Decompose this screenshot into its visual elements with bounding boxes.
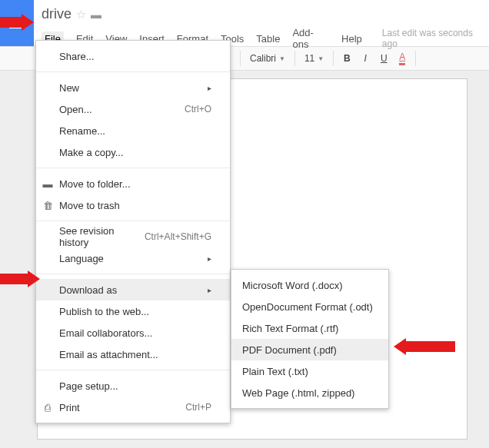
download-txt[interactable]: Plain Text (.txt) xyxy=(231,360,388,382)
font-size-selector[interactable]: 11▼ xyxy=(300,53,328,64)
file-move-folder[interactable]: ▬Move to folder... xyxy=(36,173,230,194)
file-make-copy[interactable]: Make a copy... xyxy=(36,141,230,163)
chevron-down-icon: ▼ xyxy=(318,55,324,62)
star-icon[interactable]: ☆ xyxy=(76,8,86,22)
chevron-down-icon: ▼ xyxy=(279,55,285,62)
file-menu-dropdown: Share... New▸ Open...Ctrl+O Rename... Ma… xyxy=(35,40,231,423)
download-rtf[interactable]: Rich Text Format (.rtf) xyxy=(231,317,388,339)
file-open[interactable]: Open...Ctrl+O xyxy=(36,98,230,120)
download-as-submenu: Microsoft Word (.docx) OpenDocument Form… xyxy=(231,269,389,409)
file-rename[interactable]: Rename... xyxy=(36,120,230,141)
bold-button[interactable]: B xyxy=(338,50,355,67)
file-download-as[interactable]: Download as▸ xyxy=(36,279,230,300)
text-color-button[interactable]: A xyxy=(394,50,411,67)
download-html[interactable]: Web Page (.html, zipped) xyxy=(231,382,388,403)
download-pdf[interactable]: PDF Document (.pdf) xyxy=(231,339,388,360)
chevron-right-icon: ▸ xyxy=(208,254,211,263)
chevron-right-icon: ▸ xyxy=(208,286,211,294)
file-page-setup[interactable]: Page setup... xyxy=(36,375,230,397)
annotation-arrow xyxy=(394,338,455,355)
folder-icon[interactable]: ▬ xyxy=(91,8,101,21)
folder-icon: ▬ xyxy=(42,178,53,190)
document-title[interactable]: drive xyxy=(42,6,72,22)
annotation-arrow xyxy=(0,270,40,287)
annotation-arrow xyxy=(0,14,34,31)
trash-icon: 🗑 xyxy=(42,200,53,211)
file-new[interactable]: New▸ xyxy=(36,77,230,98)
menu-addons[interactable]: Add-ons xyxy=(292,27,329,50)
file-share[interactable]: Share... xyxy=(36,45,230,67)
file-publish[interactable]: Publish to the web... xyxy=(36,300,230,322)
last-edit-label: Last edit was seconds ago xyxy=(382,28,489,49)
print-icon: ⎙ xyxy=(42,402,53,413)
download-docx[interactable]: Microsoft Word (.docx) xyxy=(231,274,388,296)
download-odt[interactable]: OpenDocument Format (.odt) xyxy=(231,296,388,317)
underline-button[interactable]: U xyxy=(375,50,392,67)
chevron-right-icon: ▸ xyxy=(208,84,211,92)
file-move-trash[interactable]: 🗑Move to trash xyxy=(36,194,230,216)
menu-help[interactable]: Help xyxy=(341,33,362,45)
file-print[interactable]: ⎙PrintCtrl+P xyxy=(36,397,230,418)
file-revision[interactable]: See revision historyCtrl+Alt+Shift+G xyxy=(36,226,230,247)
italic-button[interactable]: I xyxy=(357,50,374,67)
file-language[interactable]: Language▸ xyxy=(36,247,230,269)
font-selector[interactable]: Calibri▼ xyxy=(245,53,290,64)
file-email-collab[interactable]: Email collaborators... xyxy=(36,322,230,343)
menu-table[interactable]: Table xyxy=(256,33,280,45)
file-email-attach[interactable]: Email as attachment... xyxy=(36,343,230,365)
